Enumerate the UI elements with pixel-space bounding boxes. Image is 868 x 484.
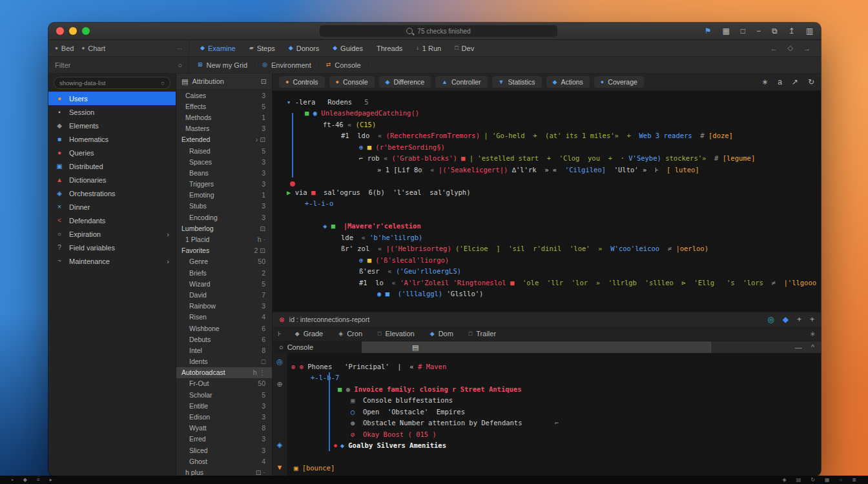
- console-column-bar[interactable]: ▤: [362, 341, 710, 353]
- flag-icon[interactable]: ⚑: [705, 27, 712, 35]
- object-row-encoding[interactable]: Encoding3: [176, 212, 272, 223]
- object-row-caises[interactable]: Caises3: [176, 90, 272, 101]
- object-row-spaces[interactable]: Spaces3: [176, 156, 272, 167]
- settings-icon[interactable]: ◈: [277, 441, 282, 449]
- object-row-wishbone[interactable]: Wishbone6: [176, 323, 272, 334]
- object-row-methods[interactable]: Methods1: [176, 112, 272, 123]
- tab-new-my-grid[interactable]: ⊞New my Grid: [191, 59, 255, 71]
- tab-elevation[interactable]: □Elevation: [371, 328, 422, 339]
- run-icon[interactable]: ◎: [276, 358, 283, 365]
- statusbar-icon[interactable]: ▦: [825, 477, 830, 483]
- object-row-1-placid[interactable]: 1 Placidh ·: [176, 234, 272, 245]
- console-line[interactable]: ■ ● Invoice family: closing r Street Ant…: [287, 383, 821, 395]
- console-label-area[interactable]: ○ Console: [273, 341, 362, 353]
- expand-icon[interactable]: +: [810, 316, 814, 323]
- button-actions[interactable]: ◆Actions: [546, 76, 590, 88]
- object-row-genre[interactable]: Genre50: [176, 256, 272, 267]
- button-controls[interactable]: ●Controls: [279, 76, 325, 88]
- button-console[interactable]: ●Console: [329, 76, 375, 88]
- chat-icon[interactable]: □: [741, 27, 745, 35]
- button-difference[interactable]: ◆Difference: [379, 76, 431, 88]
- more-icon[interactable]: ··: [178, 45, 182, 52]
- button-statistics[interactable]: ▼Statistics: [492, 76, 542, 88]
- object-row-idents[interactable]: Idents□: [176, 356, 272, 367]
- titlebar-search[interactable]: 75 checks finished: [320, 25, 557, 37]
- tab-trailer[interactable]: □Trailer: [462, 328, 503, 339]
- sidebar-item-users[interactable]: ●Users: [48, 92, 176, 105]
- button-controller[interactable]: ▲Controller: [435, 76, 487, 88]
- object-row-wyatt[interactable]: Wyatt8: [176, 423, 272, 434]
- object-row-autobroadcast[interactable]: Autobroadcasth ⋮: [176, 367, 272, 378]
- object-row-masters[interactable]: Masters3: [176, 123, 272, 134]
- object-row-david[interactable]: David7: [176, 289, 272, 300]
- refresh-icon[interactable]: ↻: [808, 78, 814, 86]
- zoom-button[interactable]: [82, 27, 90, 35]
- tab-1-run[interactable]: ↓1 Run: [410, 43, 447, 54]
- statusbar-icon[interactable]: ▪: [12, 477, 14, 483]
- object-row-debuts[interactable]: Debuts6: [176, 334, 272, 345]
- record-icon[interactable]: ◎: [767, 316, 774, 323]
- send-icon[interactable]: ↗: [792, 78, 798, 86]
- code-editor[interactable]: ▾ -lera Rodens 5■ ◉ UnleashedpagedCatchi…: [273, 91, 821, 312]
- panel-control-icon[interactable]: —: [795, 343, 802, 351]
- console-line[interactable]: ▣ Console bluffestations: [287, 395, 821, 407]
- console-line[interactable]: ○ Open 'Obstacle' Empires: [287, 406, 821, 418]
- object-row-ghost[interactable]: Ghost4: [176, 456, 272, 467]
- tab-grade[interactable]: ◆Grade: [288, 328, 331, 339]
- minimize-icon[interactable]: −: [756, 27, 761, 35]
- sidebar-item-queries[interactable]: ●Queries: [48, 146, 176, 159]
- tab-environment[interactable]: ◎Environment: [255, 59, 319, 71]
- sidebar-item-maintenance[interactable]: ~Maintenance›: [48, 254, 176, 268]
- statusbar-icon[interactable]: ≣: [852, 477, 856, 483]
- share-icon[interactable]: ↥: [789, 27, 795, 35]
- statusbar-icon[interactable]: ▤: [796, 477, 801, 483]
- pin-icon[interactable]: ⊦: [278, 330, 282, 338]
- statusbar-icon[interactable]: ◈: [782, 477, 786, 483]
- tab-console[interactable]: ⇄Console: [319, 59, 369, 71]
- forward-arrow-icon[interactable]: →: [803, 45, 811, 52]
- sidebar-item-dinner[interactable]: ×Dinner: [48, 200, 176, 214]
- sidebar-item-distributed[interactable]: ▣Distributed: [48, 159, 176, 173]
- console-line[interactable]: +-l-b-7: [287, 372, 821, 384]
- clear-search-icon[interactable]: ○: [178, 61, 182, 69]
- object-row-favorites[interactable]: Favorites2 ⊡: [176, 245, 272, 256]
- back-arrow-icon[interactable]: ←: [770, 45, 778, 52]
- object-row-h-plus[interactable]: h plus⊡ ·: [176, 467, 272, 476]
- sidebar-item-expiration[interactable]: ○Expiration›: [48, 227, 176, 241]
- tab-cron[interactable]: ◈Cron: [331, 328, 369, 339]
- close-button[interactable]: [56, 27, 64, 35]
- statusbar-icon[interactable]: ↻: [811, 477, 815, 483]
- tab-donors[interactable]: ◆Donors: [283, 43, 325, 54]
- effects-icon[interactable]: ∗: [761, 78, 768, 86]
- object-row-triggers[interactable]: Triggers3: [176, 179, 272, 190]
- console-line[interactable]: ⊘ Okay Boost ( 015 ): [287, 429, 821, 440]
- tab-guides[interactable]: ◆Guides: [327, 43, 369, 54]
- statusbar-icon[interactable]: ◆: [23, 477, 27, 483]
- object-row-edison[interactable]: Edison3: [176, 411, 272, 422]
- add-icon[interactable]: +: [797, 316, 801, 323]
- nav-diamond-icon[interactable]: ◇: [788, 44, 793, 52]
- filter-input[interactable]: showing-data-list ○: [54, 77, 170, 89]
- sidebar-item-elements[interactable]: ◆Elements: [48, 119, 176, 132]
- like-icon[interactable]: ◆: [783, 316, 789, 323]
- tab-dom[interactable]: ◆Dom: [423, 328, 460, 339]
- statusbar-icon[interactable]: ○: [839, 477, 842, 483]
- object-row-rainbow[interactable]: Rainbow3: [176, 301, 272, 312]
- object-row-intel[interactable]: Intel8: [176, 345, 272, 356]
- tab-steps[interactable]: ▰Steps: [243, 43, 281, 54]
- filter-clear-icon[interactable]: ○: [161, 79, 165, 86]
- object-row-entitle[interactable]: Entitle3: [176, 400, 272, 411]
- tab-examine[interactable]: ◆Examine: [194, 43, 242, 54]
- object-row-fr-out[interactable]: Fr-Out50: [176, 378, 272, 389]
- object-row-risen[interactable]: Risen4: [176, 312, 272, 323]
- object-row-briefs[interactable]: Briefs2: [176, 267, 272, 278]
- console-line[interactable]: ⊗ ⊗ Phones 'Principal' | « # Maven: [287, 361, 821, 372]
- tab-chart[interactable]: ●Chart: [81, 45, 105, 52]
- sidebar-item-orchestrations[interactable]: ◈Orchestrations: [48, 187, 176, 200]
- button-coverage[interactable]: ●Coverage: [594, 76, 644, 88]
- object-row-extended[interactable]: Extended› ⊡: [176, 134, 272, 145]
- console-line[interactable]: ● Obstacle Number attention by Defendant…: [287, 418, 821, 429]
- object-row-lumberlog[interactable]: Lumberlog⊡: [176, 223, 272, 234]
- object-row-erred[interactable]: Erred3: [176, 434, 272, 445]
- collapse-panel-icon[interactable]: ⊡: [261, 77, 267, 86]
